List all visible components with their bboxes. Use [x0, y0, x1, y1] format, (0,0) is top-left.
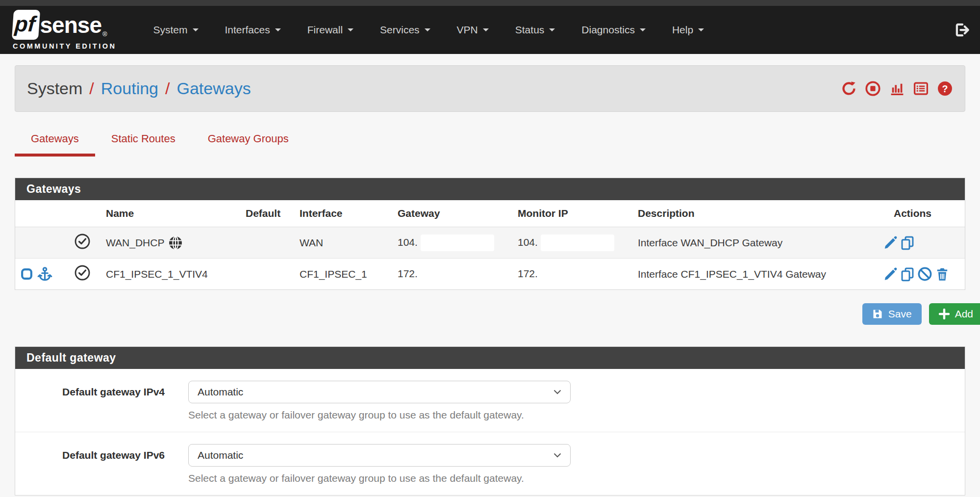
breadcrumb-bar: System / Routing / Gateways ? [15, 65, 965, 112]
chevron-down-icon [553, 390, 561, 394]
col-header-name: Name [101, 200, 241, 227]
copy-icon[interactable] [900, 267, 915, 282]
menu-diagnostics[interactable]: Diagnostics [568, 17, 659, 43]
redacted-value [541, 266, 614, 283]
pfsense-logo[interactable]: pf sense ® COMMUNITY EDITION [13, 10, 116, 50]
anchor-icon [37, 266, 52, 282]
selected-value: Automatic [198, 449, 243, 461]
default-gateway-ipv4-select[interactable]: Automatic [188, 381, 571, 403]
gateways-panel: Gateways Name Default Interface Gateway … [15, 178, 965, 290]
copy-icon[interactable] [900, 235, 915, 250]
table-row: CF1_IPSEC_1_VTIV4 CF1_IPSEC_1 172. 172. … [15, 259, 965, 290]
caret-down-icon [483, 28, 489, 31]
form-row-ipv6: Default gateway IPv6 Automatic Select a … [15, 432, 965, 495]
add-button[interactable]: Add [929, 303, 980, 325]
logo-pf-mark: pf [12, 10, 40, 40]
main-menu: System Interfaces Firewall Services VPN … [140, 17, 717, 43]
chevron-down-icon [553, 453, 561, 458]
logo-edition-text: COMMUNITY EDITION [13, 42, 116, 50]
check-circle-icon [74, 233, 91, 250]
refresh-icon[interactable] [841, 80, 857, 97]
navbar: pf sense ® COMMUNITY EDITION System Inte… [0, 6, 980, 54]
interface-cell: WAN [295, 227, 393, 259]
sign-out-icon[interactable] [954, 22, 970, 38]
description-cell: Interface CF1_IPSEC_1_VTIV4 Gateway [633, 259, 878, 290]
gateway-ip: 104. [398, 236, 418, 247]
edit-icon[interactable] [883, 235, 898, 250]
caret-down-icon [275, 28, 281, 31]
breadcrumb-system: System [27, 79, 82, 98]
default-gateway-panel: Default gateway Default gateway IPv4 Aut… [15, 346, 965, 496]
check-circle-icon [74, 264, 91, 281]
page-action-icons: ? [841, 80, 953, 97]
caret-down-icon [425, 28, 430, 31]
redacted-value [421, 266, 494, 283]
default-gateway-panel-title: Default gateway [15, 347, 965, 369]
default-gateway-ipv6-label: Default gateway IPv6 [15, 444, 165, 484]
square-icon [20, 267, 33, 281]
help-text: Select a gateway or failover gateway gro… [188, 472, 571, 484]
save-button[interactable]: Save [862, 303, 922, 325]
col-header-default: Default [241, 200, 295, 227]
help-text: Select a gateway or failover gateway gro… [188, 409, 571, 421]
routing-tabs: Gateways Static Routes Gateway Groups [15, 132, 965, 157]
gateways-table: Name Default Interface Gateway Monitor I… [15, 200, 965, 289]
gateway-name: WAN_DHCP [106, 237, 164, 249]
registered-mark: ® [102, 30, 107, 38]
gateway-name: CF1_IPSEC_1_VTIV4 [101, 259, 241, 290]
delete-icon[interactable] [935, 267, 950, 282]
table-header-row: Name Default Interface Gateway Monitor I… [15, 200, 965, 227]
col-header-actions: Actions [878, 200, 965, 227]
redacted-value [421, 235, 494, 251]
caret-down-icon [640, 28, 646, 31]
edit-icon[interactable] [883, 267, 898, 282]
menu-vpn[interactable]: VPN [444, 17, 502, 43]
menu-interfaces[interactable]: Interfaces [212, 17, 294, 43]
breadcrumb-separator: / [165, 79, 170, 98]
interface-cell: CF1_IPSEC_1 [295, 259, 393, 290]
caret-down-icon [348, 28, 353, 31]
breadcrumb-gateways-link[interactable]: Gateways [176, 79, 251, 98]
menu-status[interactable]: Status [502, 17, 569, 43]
description-cell: Interface WAN_DHCP Gateway [633, 227, 878, 259]
svg-text:?: ? [942, 83, 948, 94]
tab-static-routes[interactable]: Static Routes [95, 132, 192, 157]
menu-system[interactable]: System [140, 17, 211, 43]
menu-firewall[interactable]: Firewall [294, 17, 367, 43]
breadcrumb-separator: / [89, 79, 94, 98]
redacted-value [541, 235, 614, 251]
col-header-monitor-ip: Monitor IP [513, 200, 633, 227]
default-cell [241, 227, 295, 259]
save-icon [872, 309, 883, 319]
ban-icon[interactable] [917, 266, 932, 282]
gateways-panel-title: Gateways [15, 178, 965, 200]
menu-services[interactable]: Services [367, 17, 444, 43]
plus-icon [939, 309, 950, 319]
help-icon[interactable]: ? [937, 80, 953, 97]
default-cell [241, 259, 295, 290]
col-header-description: Description [633, 200, 878, 227]
monitor-ip: 104. [518, 236, 538, 247]
breadcrumb: System / Routing / Gateways [27, 79, 251, 98]
tab-gateways[interactable]: Gateways [15, 132, 95, 157]
log-icon[interactable] [913, 80, 929, 97]
gateway-ip: 172. [398, 267, 418, 279]
col-header-interface: Interface [295, 200, 393, 227]
stop-icon[interactable] [865, 80, 881, 97]
menu-help[interactable]: Help [659, 17, 717, 43]
default-gateway-ipv4-label: Default gateway IPv4 [15, 381, 165, 421]
breadcrumb-routing-link[interactable]: Routing [101, 79, 158, 98]
col-header-gateway: Gateway [393, 200, 513, 227]
selected-value: Automatic [198, 386, 243, 398]
caret-down-icon [193, 28, 199, 31]
monitor-ip: 172. [518, 267, 538, 279]
caret-down-icon [549, 28, 555, 31]
form-row-ipv4: Default gateway IPv4 Automatic Select a … [15, 369, 965, 432]
table-row: WAN_DHCP WAN 104. 104. Interface WAN_DHC… [15, 227, 965, 259]
logo-sense-text: sense [40, 12, 101, 38]
chart-icon[interactable] [889, 80, 905, 97]
tab-gateway-groups[interactable]: Gateway Groups [192, 132, 305, 157]
globe-icon [168, 235, 183, 250]
caret-down-icon [698, 28, 704, 31]
default-gateway-ipv6-select[interactable]: Automatic [188, 444, 571, 467]
